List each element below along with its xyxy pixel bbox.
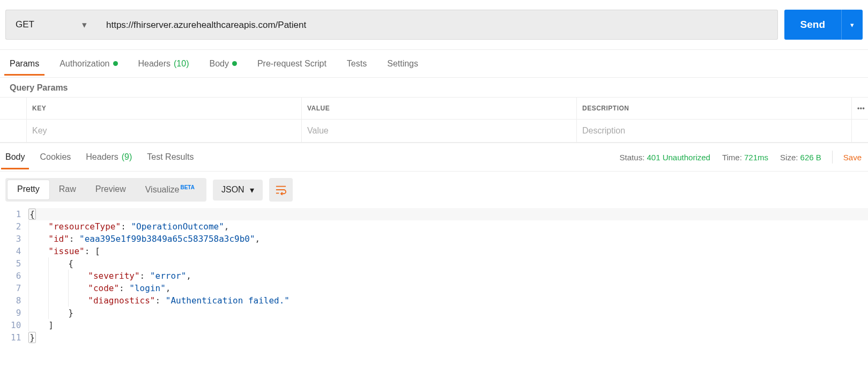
tab-label: Pre-request Script: [257, 59, 327, 69]
request-tabs: Params Authorization Headers (10) Body P…: [0, 50, 868, 78]
response-tabs: Body Cookies Headers (9) Test Results: [5, 145, 194, 169]
body-format-select[interactable]: JSON ▾: [213, 180, 263, 201]
response-body-editor[interactable]: 1234567891011 {"resourceType": "Operatio…: [0, 208, 868, 348]
http-method-value: GET: [16, 19, 34, 30]
wrap-lines-button[interactable]: [269, 178, 293, 202]
chevron-down-icon: ▾: [250, 185, 254, 195]
table-row: [0, 120, 868, 143]
send-button[interactable]: Send: [784, 10, 841, 40]
chevron-down-icon: ▾: [850, 21, 854, 29]
tab-headers[interactable]: Headers (10): [138, 52, 189, 76]
response-meta: Status: 401 Unauthorized Time: 721ms Siz…: [620, 151, 863, 164]
tab-params[interactable]: Params: [10, 52, 39, 76]
tab-label: Authorization: [60, 59, 109, 69]
meta-label: Time:: [722, 153, 742, 162]
tab-label: Body: [209, 59, 228, 69]
tab-authorization[interactable]: Authorization: [60, 52, 117, 76]
checkbox-cell[interactable]: [0, 120, 27, 142]
response-view-bar: Pretty Raw Preview VisualizeBETA JSON ▾: [0, 172, 868, 208]
time-value: 721ms: [744, 153, 768, 162]
tab-settings[interactable]: Settings: [387, 52, 418, 76]
table-header-row: KEY VALUE DESCRIPTION •••: [0, 98, 868, 120]
tab-label: Params: [10, 59, 39, 69]
request-url-input[interactable]: https://fhirserver.azurehealthcareapis.c…: [97, 10, 778, 40]
status-block: Status: 401 Unauthorized: [620, 153, 710, 162]
tab-label: Headers: [138, 59, 170, 69]
beta-badge: BETA: [180, 184, 194, 190]
status-value: 401 Unauthorized: [647, 153, 710, 162]
time-block: Time: 721ms: [722, 153, 768, 162]
view-mode-segment: Pretty Raw Preview VisualizeBETA: [5, 178, 206, 201]
response-bar: Body Cookies Headers (9) Test Results St…: [0, 143, 868, 172]
more-header[interactable]: •••: [852, 98, 868, 119]
count-badge: (10): [174, 59, 189, 69]
value-header: VALUE: [302, 98, 577, 119]
size-value: 626 B: [800, 153, 821, 162]
line-number-gutter: 1234567891011: [0, 208, 28, 344]
resp-tab-body[interactable]: Body: [5, 145, 25, 169]
tab-label: Cookies: [40, 152, 71, 162]
tab-label: Body: [5, 152, 25, 162]
resp-tab-test-results[interactable]: Test Results: [147, 145, 194, 169]
value-input[interactable]: [307, 126, 571, 136]
row-actions: [852, 120, 868, 142]
tab-label: Test Results: [147, 152, 194, 162]
tab-tests[interactable]: Tests: [347, 52, 367, 76]
code-content: {"resourceType": "OperationOutcome","id"…: [28, 208, 868, 344]
send-button-group: Send ▾: [784, 10, 863, 40]
format-value: JSON: [221, 185, 244, 195]
view-mode-pretty[interactable]: Pretty: [8, 180, 49, 199]
view-mode-preview[interactable]: Preview: [86, 180, 136, 199]
description-input[interactable]: [582, 126, 846, 136]
tab-label: Settings: [387, 59, 418, 69]
tab-label: Headers: [86, 152, 118, 162]
query-params-table: KEY VALUE DESCRIPTION •••: [0, 97, 868, 143]
count-badge: (9): [122, 152, 132, 162]
status-dot-icon: [113, 61, 118, 66]
tab-label: Tests: [347, 59, 367, 69]
request-bar: GET ▾ https://fhirserver.azurehealthcare…: [0, 0, 868, 50]
checkbox-header: [0, 98, 27, 119]
tab-body[interactable]: Body: [209, 52, 236, 76]
key-input[interactable]: [32, 126, 296, 136]
chevron-down-icon: ▾: [82, 19, 87, 31]
resp-tab-headers[interactable]: Headers (9): [86, 145, 132, 169]
status-dot-icon: [232, 61, 237, 66]
resp-tab-cookies[interactable]: Cookies: [40, 145, 71, 169]
key-header: KEY: [27, 98, 302, 119]
size-block: Size: 626 B: [780, 153, 821, 162]
wrap-icon: [275, 184, 287, 195]
query-params-label: Query Params: [0, 78, 868, 97]
divider: [832, 151, 833, 164]
tab-prerequest-script[interactable]: Pre-request Script: [257, 52, 327, 76]
send-options-button[interactable]: ▾: [841, 10, 863, 40]
description-header: DESCRIPTION: [577, 98, 852, 119]
save-response-button[interactable]: Save: [843, 153, 863, 162]
meta-label: Status:: [620, 153, 645, 162]
view-mode-label: Visualize: [145, 185, 180, 195]
meta-label: Size:: [780, 153, 798, 162]
view-mode-visualize[interactable]: VisualizeBETA: [136, 180, 204, 199]
view-mode-raw[interactable]: Raw: [49, 180, 86, 199]
http-method-select[interactable]: GET ▾: [5, 10, 97, 40]
